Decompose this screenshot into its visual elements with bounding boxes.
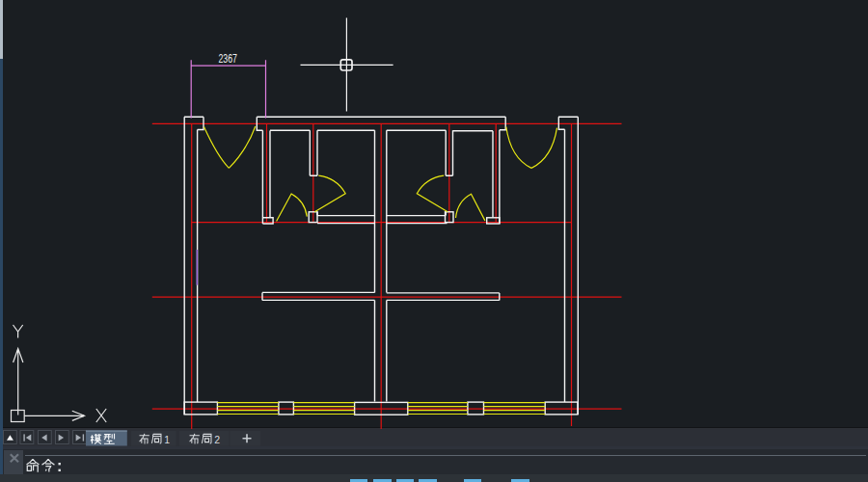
svg-text:1: 1 [164,434,170,445]
svg-text:2367: 2367 [218,52,237,66]
svg-text:2: 2 [214,434,220,445]
